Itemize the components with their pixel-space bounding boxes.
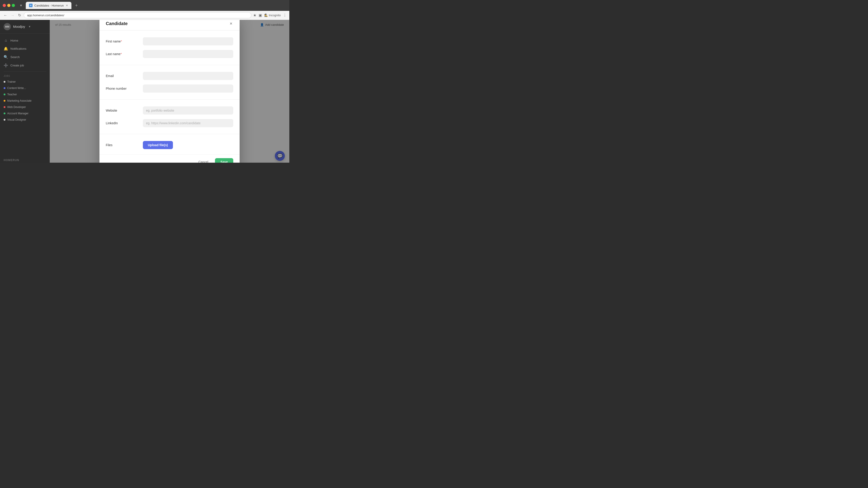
- job-dot-account-manager: [4, 112, 5, 114]
- job-label-visual-designer: Visual Designer: [7, 118, 26, 121]
- incognito-btn[interactable]: 🕵 Incognito: [264, 13, 281, 17]
- files-label: Files: [106, 143, 137, 147]
- job-label-marketing-associate: Marketing Associate: [7, 99, 31, 102]
- tab-favicon: H: [29, 4, 33, 7]
- incognito-label: Incognito: [269, 13, 281, 17]
- forward-btn[interactable]: →: [10, 12, 16, 18]
- job-label-teacher: Teacher: [7, 93, 17, 96]
- sidebar-header[interactable]: MM Moodjoy ▼: [0, 20, 50, 34]
- phone-input[interactable]: [143, 85, 233, 93]
- app-layout: MM Moodjoy ▼ ⌂ Home 🔔 Notifications 🔍 Se…: [0, 20, 289, 163]
- sidebar-item-home[interactable]: ⌂ Home: [0, 36, 50, 44]
- org-dropdown-icon: ▼: [28, 25, 31, 28]
- sidebar-item-create-job[interactable]: ➕ Create job: [0, 61, 50, 70]
- sidebar-nav: ⌂ Home 🔔 Notifications 🔍 Search ➕ Create…: [0, 34, 50, 126]
- upload-files-button[interactable]: Upload file(s): [143, 141, 173, 149]
- website-row: Website: [106, 104, 233, 117]
- close-window-btn[interactable]: [3, 4, 6, 7]
- job-item-teacher[interactable]: Teacher: [0, 91, 50, 98]
- save-button[interactable]: Save: [215, 158, 233, 163]
- linkedin-input[interactable]: [143, 119, 233, 127]
- tab-title: Candidates · Homerun: [34, 4, 64, 7]
- job-item-marketing-associate[interactable]: Marketing Associate: [0, 98, 50, 104]
- modal-overlay: Candidate × First name*: [50, 20, 289, 163]
- last-name-row: Last name*: [106, 48, 233, 60]
- plus-icon: ➕: [4, 63, 8, 68]
- browser-chrome: ▼ H Candidates · Homerun × + ← → ↻ app.h…: [0, 0, 289, 20]
- job-item-visual-designer[interactable]: Visual Designer: [0, 117, 50, 123]
- home-icon: ⌂: [4, 38, 8, 42]
- split-view-icon[interactable]: ▣: [258, 13, 262, 18]
- job-item-trainer[interactable]: Trainer: [0, 78, 50, 85]
- modal-close-button[interactable]: ×: [229, 20, 233, 27]
- job-label-content-writer: Content Write...: [7, 87, 26, 90]
- sidebar-divider-1: [4, 71, 46, 72]
- search-icon: 🔍: [4, 55, 8, 59]
- website-input[interactable]: [143, 106, 233, 115]
- candidate-modal: Candidate × First name*: [99, 20, 240, 163]
- job-label-account-manager: Account Manager: [7, 112, 29, 115]
- files-section: Files Upload file(s): [99, 134, 240, 154]
- website-label: Website: [106, 109, 137, 112]
- modal-title: Candidate: [106, 21, 128, 26]
- sidebar: MM Moodjoy ▼ ⌂ Home 🔔 Notifications 🔍 Se…: [0, 20, 50, 163]
- job-dot-teacher: [4, 94, 5, 95]
- online-section: Website LinkedIn: [99, 100, 240, 134]
- active-tab[interactable]: H Candidates · Homerun ×: [26, 2, 71, 9]
- last-name-input[interactable]: [143, 50, 233, 58]
- tab-switcher-btn[interactable]: ▼: [18, 3, 24, 8]
- name-section: First name* Last name*: [99, 31, 240, 65]
- title-bar: ▼ H Candidates · Homerun × +: [0, 0, 289, 11]
- email-label: Email: [106, 74, 137, 78]
- sidebar-item-notifications[interactable]: 🔔 Notifications: [0, 44, 50, 53]
- files-row: Files Upload file(s): [106, 139, 233, 151]
- job-item-account-manager[interactable]: Account Manager: [0, 110, 50, 117]
- address-bar-actions: ★ ▣ 🕵 Incognito ⋮: [253, 13, 287, 18]
- main-content: of 15 results 👤 Add candidate Candidate …: [50, 20, 289, 163]
- url-text: app.homerun.co/candidates/: [27, 13, 64, 17]
- modal-header: Candidate ×: [99, 20, 240, 31]
- job-item-content-writer[interactable]: Content Write...: [0, 85, 50, 91]
- maximize-window-btn[interactable]: [12, 4, 15, 7]
- modal-footer: Cancel Save: [99, 154, 240, 163]
- job-label-trainer: Trainer: [7, 80, 16, 84]
- linkedin-row: LinkedIn: [106, 117, 233, 129]
- last-name-label: Last name*: [106, 52, 137, 56]
- job-label-web-developer: Web Developer: [7, 105, 26, 109]
- sidebar-label-search: Search: [10, 55, 20, 59]
- job-dot-web-developer: [4, 106, 5, 108]
- first-name-input[interactable]: [143, 37, 233, 45]
- reload-btn[interactable]: ↻: [17, 12, 22, 18]
- tab-close-btn[interactable]: ×: [66, 4, 68, 7]
- back-btn[interactable]: ←: [3, 12, 8, 18]
- address-bar: ← → ↻ app.homerun.co/candidates/ ★ ▣ 🕵 I…: [0, 11, 289, 20]
- sidebar-label-home: Home: [10, 39, 18, 42]
- avatar: MM: [4, 23, 11, 30]
- url-bar[interactable]: app.homerun.co/candidates/: [24, 12, 251, 18]
- job-dot-visual-designer: [4, 119, 5, 121]
- phone-row: Phone number: [106, 82, 233, 95]
- bell-icon: 🔔: [4, 46, 8, 51]
- email-row: Email: [106, 70, 233, 82]
- contact-section: Email Phone number: [99, 65, 240, 100]
- first-name-label: First name*: [106, 39, 137, 43]
- new-tab-btn[interactable]: +: [73, 3, 80, 8]
- sidebar-item-search[interactable]: 🔍 Search: [0, 53, 50, 61]
- job-dot-content-writer: [4, 87, 5, 89]
- job-item-web-developer[interactable]: Web Developer: [0, 104, 50, 110]
- job-dot-marketing-associate: [4, 100, 5, 102]
- job-dot-trainer: [4, 81, 5, 83]
- bookmark-icon[interactable]: ★: [253, 13, 256, 18]
- incognito-icon: 🕵: [264, 13, 268, 17]
- modal-body: First name* Last name*: [99, 31, 240, 154]
- org-name: Moodjoy: [13, 25, 25, 29]
- homerun-logo: HOMERUN: [0, 155, 50, 163]
- menu-icon[interactable]: ⋮: [283, 13, 287, 18]
- phone-label: Phone number: [106, 87, 137, 90]
- linkedin-label: LinkedIn: [106, 121, 137, 125]
- first-name-row: First name*: [106, 35, 233, 48]
- cancel-button[interactable]: Cancel: [194, 158, 213, 163]
- email-input[interactable]: [143, 72, 233, 80]
- jobs-section-label: JOBS: [0, 73, 50, 78]
- minimize-window-btn[interactable]: [7, 4, 10, 7]
